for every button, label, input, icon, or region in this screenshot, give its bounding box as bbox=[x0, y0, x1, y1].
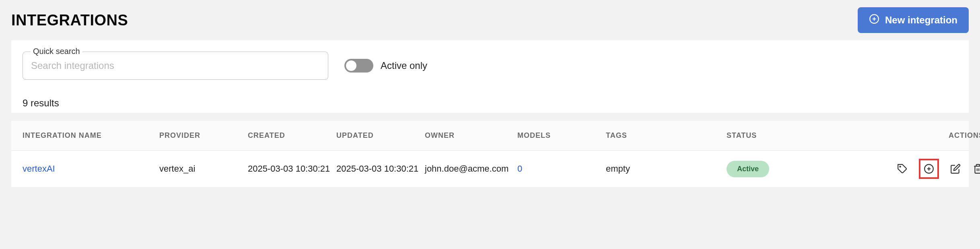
col-header-created: CREATED bbox=[248, 131, 336, 140]
new-integration-label: New integration bbox=[885, 15, 957, 26]
cell-integration-name[interactable]: vertexAI bbox=[23, 164, 159, 174]
plus-circle-icon bbox=[869, 14, 879, 27]
new-integration-button[interactable]: New integration bbox=[858, 7, 969, 33]
cell-created: 2025-03-03 10:30:21 bbox=[248, 164, 336, 174]
page-title: INTEGRATIONS bbox=[11, 12, 128, 29]
col-header-owner: OWNER bbox=[425, 131, 517, 140]
active-only-label: Active only bbox=[381, 60, 427, 71]
add-model-icon[interactable] bbox=[919, 159, 939, 179]
svg-point-3 bbox=[900, 166, 901, 167]
table-row: vertexAI vertex_ai 2025-03-03 10:30:21 2… bbox=[11, 151, 969, 187]
col-header-name: INTEGRATION NAME bbox=[23, 131, 159, 140]
cell-tags: empty bbox=[606, 164, 727, 174]
col-header-tags: TAGS bbox=[606, 131, 727, 140]
active-only-toggle[interactable] bbox=[344, 59, 373, 73]
cell-models-count[interactable]: 0 bbox=[517, 164, 606, 174]
col-header-provider: PROVIDER bbox=[159, 131, 248, 140]
col-header-updated: UPDATED bbox=[336, 131, 425, 140]
status-badge: Active bbox=[727, 161, 769, 177]
tag-icon[interactable] bbox=[896, 163, 908, 175]
col-header-models: MODELS bbox=[517, 131, 606, 140]
cell-owner: john.doe@acme.com bbox=[425, 164, 517, 174]
cell-status: Active bbox=[727, 161, 859, 177]
cell-updated: 2025-03-03 10:30:21 bbox=[336, 164, 425, 174]
search-label: Quick search bbox=[31, 47, 82, 56]
table-header-row: INTEGRATION NAME PROVIDER CREATED UPDATE… bbox=[11, 121, 969, 151]
toggle-knob bbox=[346, 60, 356, 71]
col-header-actions: ACTIONS bbox=[859, 131, 980, 140]
edit-icon[interactable] bbox=[949, 163, 961, 175]
cell-actions bbox=[859, 159, 980, 179]
cell-provider: vertex_ai bbox=[159, 164, 248, 174]
results-count: 9 results bbox=[23, 98, 957, 109]
col-header-status: STATUS bbox=[727, 131, 859, 140]
trash-icon[interactable] bbox=[972, 163, 980, 175]
